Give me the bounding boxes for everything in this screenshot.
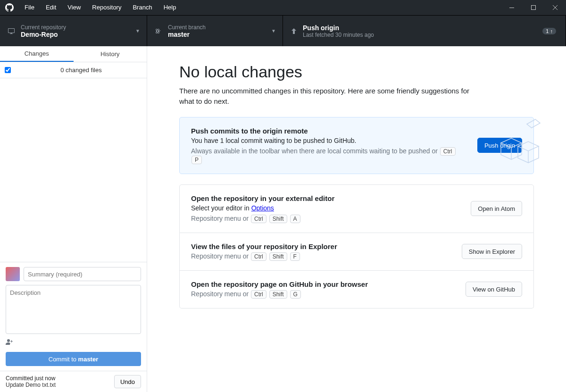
summary-input[interactable] bbox=[24, 267, 141, 281]
commit-pane: Commit to master bbox=[0, 262, 147, 371]
github-card-title: Open the repository page on GitHub in yo… bbox=[191, 280, 456, 288]
toolbar: Current repository Demo-Repo ▼ Current b… bbox=[0, 15, 566, 46]
branch-name: master bbox=[168, 31, 206, 38]
kbd-shift: Shift bbox=[269, 252, 287, 261]
git-branch-icon bbox=[155, 27, 162, 35]
push-card: Push commits to the origin remote You ha… bbox=[179, 117, 534, 174]
sidebar: Changes History 0 changed files Commit t… bbox=[0, 46, 147, 392]
svg-rect-0 bbox=[509, 8, 514, 8]
kbd-g: G bbox=[290, 290, 301, 299]
minimize-icon[interactable] bbox=[501, 0, 523, 15]
kbd-shift: Shift bbox=[269, 215, 287, 223]
undo-subtitle: Update Demo txt.txt bbox=[6, 382, 114, 388]
open-editor-card: Open the repository in your external edi… bbox=[179, 184, 534, 233]
menu-file[interactable]: File bbox=[19, 0, 40, 15]
show-in-explorer-button[interactable]: Show in Explorer bbox=[462, 244, 522, 259]
tab-changes[interactable]: Changes bbox=[0, 46, 74, 62]
maximize-icon[interactable] bbox=[523, 0, 544, 15]
undo-button[interactable]: Undo bbox=[114, 375, 141, 388]
app-logo bbox=[0, 3, 19, 12]
menu-branch[interactable]: Branch bbox=[127, 0, 158, 15]
kbd-ctrl: Ctrl bbox=[251, 215, 266, 223]
sidebar-tabs: Changes History bbox=[0, 46, 147, 62]
view-on-github-button[interactable]: View on GitHub bbox=[466, 282, 522, 297]
description-input[interactable] bbox=[6, 285, 141, 334]
kbd-ctrl: Ctrl bbox=[251, 290, 266, 299]
editor-card-desc: Select your editor in Options bbox=[191, 204, 461, 212]
push-card-hint: Always available in the toolbar when the… bbox=[191, 147, 468, 164]
explorer-card-title: View the files of your repository in Exp… bbox=[191, 242, 452, 250]
kbd-ctrl: Ctrl bbox=[251, 252, 266, 261]
changed-files-row: 0 changed files bbox=[0, 62, 147, 78]
undo-pane: Committed just now Update Demo txt.txt U… bbox=[0, 371, 147, 392]
chevron-down-icon: ▼ bbox=[271, 28, 276, 33]
view-on-github-card: Open the repository page on GitHub in yo… bbox=[179, 271, 534, 309]
current-branch-dropdown[interactable]: Current branch master ▼ bbox=[147, 16, 283, 46]
menu-edit[interactable]: Edit bbox=[40, 0, 62, 15]
branch-label: Current branch bbox=[168, 24, 206, 31]
menu-bar: File Edit View Repository Branch Help bbox=[19, 0, 182, 15]
editor-card-title: Open the repository in your external edi… bbox=[191, 194, 461, 202]
svg-rect-1 bbox=[532, 6, 536, 10]
explorer-card-hint: Repository menu or Ctrl Shift F bbox=[191, 252, 452, 261]
menu-repository[interactable]: Repository bbox=[86, 0, 127, 15]
editor-card-hint: Repository menu or Ctrl Shift A bbox=[191, 215, 461, 223]
kbd-f: F bbox=[290, 252, 300, 261]
kbd-shift: Shift bbox=[269, 290, 287, 299]
push-badge: 1 ↑ bbox=[542, 28, 556, 34]
commit-label-prefix: Commit to bbox=[49, 356, 78, 363]
chevron-down-icon: ▼ bbox=[135, 28, 140, 33]
page-subtitle: There are no uncommitted changes in this… bbox=[179, 86, 476, 107]
kbd-p: P bbox=[191, 156, 202, 164]
kbd-ctrl: Ctrl bbox=[440, 147, 456, 156]
repo-name: Demo-Repo bbox=[21, 31, 66, 38]
kbd-a: A bbox=[290, 215, 300, 223]
tab-history[interactable]: History bbox=[74, 46, 147, 62]
add-coauthor-icon[interactable] bbox=[6, 339, 14, 347]
options-link[interactable]: Options bbox=[251, 204, 274, 212]
close-icon[interactable] bbox=[544, 0, 566, 15]
changed-files-count: 0 changed files bbox=[16, 67, 147, 74]
commit-label-branch: master bbox=[78, 356, 99, 363]
select-all-checkbox[interactable] bbox=[5, 67, 11, 73]
open-in-atom-button[interactable]: Open in Atom bbox=[471, 201, 522, 216]
commit-button[interactable]: Commit to master bbox=[6, 352, 141, 366]
illustration-boxes bbox=[482, 117, 543, 164]
avatar bbox=[6, 267, 20, 281]
push-card-desc: You have 1 local commit waiting to be pu… bbox=[191, 137, 468, 144]
main-content: No local changes There are no uncommitte… bbox=[147, 46, 566, 392]
push-subtext: Last fetched 30 minutes ago bbox=[303, 32, 374, 38]
window-controls bbox=[501, 0, 566, 15]
push-card-title: Push commits to the origin remote bbox=[191, 127, 468, 135]
github-card-hint: Repository menu or Ctrl Shift G bbox=[191, 290, 456, 299]
menu-help[interactable]: Help bbox=[158, 0, 182, 15]
arrow-up-icon bbox=[291, 28, 297, 34]
desktop-icon bbox=[8, 27, 15, 35]
page-title: No local changes bbox=[179, 63, 534, 81]
push-origin-button[interactable]: Push origin Last fetched 30 minutes ago … bbox=[283, 16, 566, 46]
push-title: Push origin bbox=[303, 24, 374, 32]
undo-title: Committed just now bbox=[6, 375, 114, 382]
repo-label: Current repository bbox=[21, 24, 66, 31]
titlebar: File Edit View Repository Branch Help bbox=[0, 0, 566, 15]
show-explorer-card: View the files of your repository in Exp… bbox=[179, 233, 534, 271]
current-repository-dropdown[interactable]: Current repository Demo-Repo ▼ bbox=[0, 16, 147, 46]
menu-view[interactable]: View bbox=[62, 0, 86, 15]
